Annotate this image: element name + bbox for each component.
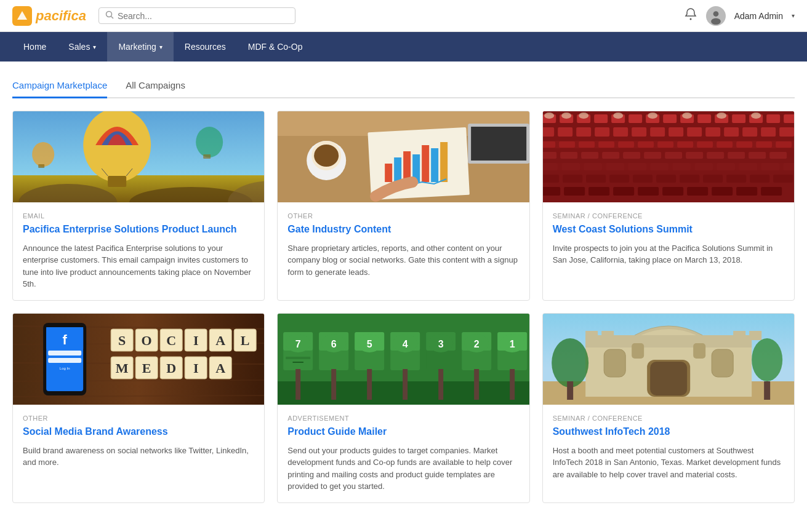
card-desc: Invite prospects to join you at the Paci… [553, 242, 784, 266]
campaign-card: SEMINAR / CONFERENCE West Coast Solution… [542, 111, 795, 301]
notification-bell-icon[interactable] [684, 7, 697, 24]
card-title[interactable]: West Coast Solutions Summit [553, 223, 784, 236]
svg-text:1: 1 [510, 339, 515, 349]
search-icon [105, 10, 114, 21]
card-title[interactable]: Pacifica Enterprise Solutions Product La… [23, 223, 254, 236]
nav-item-resources[interactable]: Resources [174, 32, 237, 62]
nav-item-home[interactable]: Home [12, 32, 57, 62]
svg-point-52 [561, 113, 571, 119]
svg-rect-13 [38, 164, 44, 168]
svg-rect-88 [560, 152, 577, 159]
svg-rect-62 [595, 127, 609, 137]
search-input[interactable] [118, 11, 289, 21]
svg-rect-82 [697, 141, 713, 148]
svg-point-1 [106, 12, 111, 17]
nav-item-mdf[interactable]: MDF & Co-Op [237, 32, 314, 62]
tab-campaign-marketplace[interactable]: Campaign Marketplace [12, 74, 107, 98]
card-title[interactable]: Product Guide Mailer [287, 426, 519, 439]
card-desc: Send out your products guides to target … [287, 445, 519, 493]
svg-rect-87 [543, 152, 556, 159]
svg-rect-79 [638, 141, 654, 148]
svg-text:D: D [166, 360, 176, 376]
svg-rect-111 [783, 163, 794, 170]
card-image-balloon [13, 111, 264, 202]
svg-rect-102 [584, 163, 602, 170]
svg-rect-219 [650, 362, 687, 395]
card-category: OTHER [287, 212, 519, 220]
card-category: EMAIL [23, 212, 254, 220]
tab-all-campaigns[interactable]: All Campaigns [126, 74, 185, 98]
svg-point-57 [717, 113, 726, 119]
svg-rect-61 [576, 127, 591, 137]
card-title[interactable]: Social Media Brand Awareness [23, 426, 254, 439]
card-desc: Build brand awareness on social networks… [23, 445, 254, 469]
svg-rect-103 [606, 163, 624, 170]
admin-dropdown-chevron-icon[interactable]: ▾ [792, 12, 795, 19]
svg-rect-9 [108, 176, 126, 187]
svg-rect-33 [471, 127, 526, 161]
logo[interactable]: pacifica [12, 6, 86, 26]
svg-rect-86 [776, 141, 792, 148]
card-image-audience [543, 111, 794, 202]
campaign-card: f Log In S O C [12, 313, 265, 503]
navbar: Home Sales ▾ Marketing ▾ Resources MDF &… [0, 32, 807, 62]
card-category: ADVERTISEMENT [287, 415, 519, 422]
svg-rect-213 [601, 331, 614, 340]
svg-rect-101 [561, 163, 580, 170]
svg-text:M: M [116, 360, 129, 376]
svg-text:f: f [63, 332, 68, 347]
svg-rect-175 [292, 362, 303, 363]
svg-rect-143 [48, 351, 81, 355]
tabs: Campaign Marketplace All Campaigns [12, 74, 795, 98]
svg-rect-64 [632, 127, 646, 137]
svg-rect-91 [623, 152, 640, 159]
svg-marker-0 [17, 11, 27, 20]
svg-rect-123 [543, 187, 560, 196]
nav-label-resources: Resources [185, 42, 226, 52]
svg-point-6 [711, 18, 721, 25]
svg-rect-92 [644, 152, 661, 159]
nav-label-home: Home [23, 42, 46, 52]
svg-rect-90 [602, 152, 619, 159]
svg-rect-144 [48, 358, 81, 363]
svg-rect-85 [756, 141, 772, 148]
card-title[interactable]: Gate Industry Content [287, 223, 519, 236]
svg-text:2: 2 [474, 339, 480, 349]
svg-rect-127 [638, 187, 659, 196]
nav-item-sales[interactable]: Sales ▾ [57, 32, 107, 62]
logo-icon [12, 6, 32, 26]
svg-rect-110 [761, 163, 779, 170]
svg-rect-177 [295, 369, 300, 400]
svg-text:7: 7 [295, 339, 301, 349]
nav-chevron-marketing-icon: ▾ [159, 44, 163, 50]
svg-rect-43 [663, 114, 677, 123]
card-body: SEMINAR / CONFERENCE West Coast Solution… [543, 202, 794, 300]
svg-rect-128 [662, 187, 683, 196]
nav-label-mdf: MDF & Co-Op [248, 42, 303, 52]
svg-point-54 [613, 113, 623, 119]
svg-rect-83 [717, 141, 733, 148]
svg-rect-214 [733, 331, 745, 340]
svg-rect-28 [440, 142, 448, 182]
svg-rect-60 [558, 127, 572, 137]
svg-rect-39 [594, 114, 608, 123]
svg-rect-122 [773, 175, 793, 183]
nav-chevron-sales-icon: ▾ [93, 44, 96, 50]
svg-rect-124 [564, 187, 585, 196]
svg-rect-217 [712, 349, 733, 377]
svg-rect-116 [633, 175, 652, 183]
campaign-grid: EMAIL Pacifica Enterprise Solutions Prod… [12, 111, 795, 503]
nav-label-sales: Sales [68, 42, 90, 52]
svg-rect-216 [604, 349, 625, 377]
svg-rect-15 [203, 154, 211, 159]
svg-rect-41 [628, 114, 642, 123]
svg-rect-121 [750, 175, 769, 183]
svg-text:5: 5 [367, 339, 372, 349]
svg-rect-98 [769, 152, 787, 159]
nav-label-marketing: Marketing [118, 42, 156, 52]
card-image-alamo [543, 314, 794, 405]
nav-item-marketing[interactable]: Marketing ▾ [107, 32, 173, 62]
svg-rect-132 [761, 187, 782, 196]
svg-rect-106 [672, 163, 691, 170]
card-title[interactable]: Southwest InfoTech 2018 [553, 426, 784, 439]
